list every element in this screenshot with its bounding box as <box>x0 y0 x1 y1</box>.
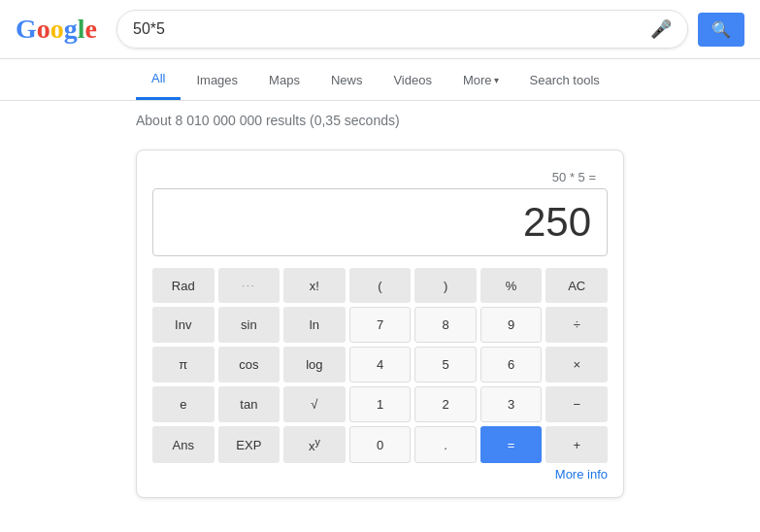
calc-btn-cos[interactable]: cos <box>218 347 281 382</box>
calc-btn-7[interactable]: 7 <box>349 307 412 343</box>
calc-btn-0[interactable]: 0 <box>349 426 412 463</box>
calc-btn-multiply[interactable]: × <box>545 347 608 382</box>
calc-btn-sin[interactable]: sin <box>218 307 281 343</box>
search-bar: 50*5 🎤 <box>116 10 688 49</box>
calc-btn-5[interactable]: 5 <box>414 347 477 382</box>
calc-btn-8[interactable]: 8 <box>414 307 477 343</box>
calc-btn-plus[interactable]: + <box>545 426 608 463</box>
nav-item-more[interactable]: More ▾ <box>447 61 514 99</box>
more-info-link[interactable]: More info <box>152 463 608 482</box>
calc-btn-ac[interactable]: AC <box>545 268 608 303</box>
nav-bar: All Images Maps News Videos More ▾ Searc… <box>0 59 760 101</box>
nav-item-videos[interactable]: Videos <box>378 61 447 99</box>
calc-btn-3[interactable]: 3 <box>480 386 543 422</box>
nav-item-all[interactable]: All <box>136 59 181 100</box>
chevron-down-icon: ▾ <box>494 75 499 85</box>
calc-btn-ans[interactable]: Ans <box>152 426 215 463</box>
calc-btn-log[interactable]: log <box>283 347 346 382</box>
calc-btn-inv[interactable]: Inv <box>152 307 215 343</box>
calc-btn-exp[interactable]: EXP <box>218 426 281 463</box>
header: Google 50*5 🎤 🔍 <box>0 0 760 59</box>
calc-btn-2[interactable]: 2 <box>414 386 477 422</box>
calc-expression: 50 * 5 = <box>152 166 608 188</box>
calc-btn-dotgrid[interactable]: ··· <box>218 268 281 303</box>
calc-buttons: Rad ··· x! ( ) % AC Inv sin ln 7 8 9 ÷ π… <box>152 268 608 463</box>
calc-btn-tan[interactable]: tan <box>218 386 281 422</box>
calc-btn-9[interactable]: 9 <box>480 307 543 343</box>
results-info: About 8 010 000 000 results (0,35 second… <box>0 101 760 140</box>
calc-btn-percent[interactable]: % <box>480 268 543 303</box>
nav-item-images[interactable]: Images <box>181 61 253 99</box>
calc-btn-equals[interactable]: = <box>480 426 543 463</box>
mic-icon[interactable]: 🎤 <box>650 18 672 40</box>
calc-btn-pi[interactable]: π <box>152 347 215 382</box>
calc-btn-ln[interactable]: ln <box>283 307 346 343</box>
calc-btn-factorial[interactable]: x! <box>283 268 346 303</box>
calc-btn-rad[interactable]: Rad <box>152 268 215 303</box>
calc-btn-1[interactable]: 1 <box>349 386 412 422</box>
calc-btn-close-paren[interactable]: ) <box>414 268 477 303</box>
calc-btn-dot[interactable]: . <box>414 426 477 463</box>
calc-display: 250 <box>152 188 608 256</box>
calc-btn-minus[interactable]: − <box>545 386 608 422</box>
calc-btn-e[interactable]: e <box>152 386 215 422</box>
google-logo[interactable]: Google <box>16 14 97 45</box>
search-input[interactable]: 50*5 <box>133 20 641 38</box>
search-button[interactable]: 🔍 <box>698 13 744 47</box>
calc-btn-6[interactable]: 6 <box>480 347 543 382</box>
nav-item-search-tools[interactable]: Search tools <box>514 61 615 99</box>
nav-item-maps[interactable]: Maps <box>253 61 315 99</box>
calc-btn-divide[interactable]: ÷ <box>545 307 608 343</box>
nav-item-news[interactable]: News <box>315 61 379 99</box>
calc-btn-open-paren[interactable]: ( <box>349 268 412 303</box>
calc-btn-sqrt[interactable]: √ <box>283 386 346 422</box>
calculator: 50 * 5 = 250 Rad ··· x! ( ) % AC Inv sin… <box>136 150 624 498</box>
calc-btn-power[interactable]: xy <box>283 426 346 463</box>
calc-btn-4[interactable]: 4 <box>349 347 412 382</box>
